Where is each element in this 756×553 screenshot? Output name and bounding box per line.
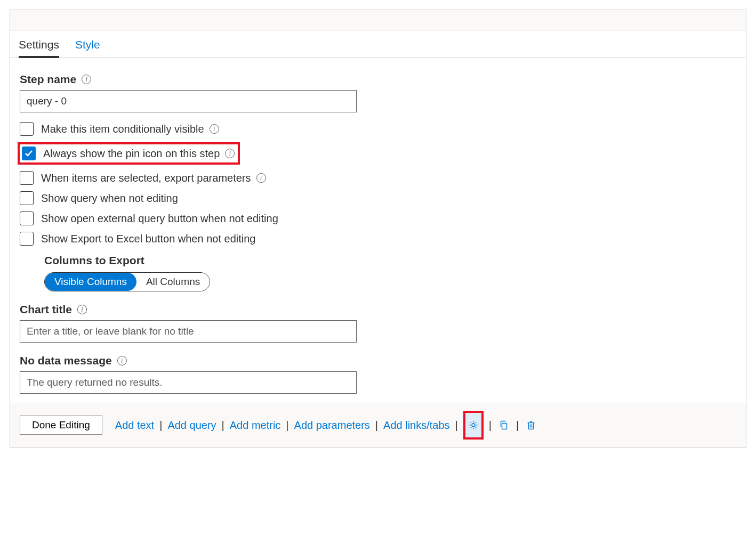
info-icon[interactable]: i xyxy=(77,305,87,314)
columns-all-option[interactable]: All Columns xyxy=(136,273,210,291)
check-always-pin-label: Always show the pin icon on this step xyxy=(43,148,220,160)
check-show-excel[interactable] xyxy=(20,232,34,246)
check-show-excel-row: Show Export to Excel button when not edi… xyxy=(20,232,736,246)
separator: | xyxy=(375,419,378,432)
check-cond-visible-label: Make this item conditionally visible xyxy=(41,123,204,135)
separator: | xyxy=(516,419,519,432)
svg-point-0 xyxy=(472,424,475,427)
check-export-params-label: When items are selected, export paramete… xyxy=(41,172,251,184)
check-show-external[interactable] xyxy=(20,212,34,225)
gear-highlight xyxy=(463,411,484,440)
check-export-params-row: When items are selected, export paramete… xyxy=(20,171,736,185)
chart-title-block: Chart title i xyxy=(20,303,736,343)
add-query-link[interactable]: Add query xyxy=(167,419,216,432)
columns-export-toggle: Visible Columns All Columns xyxy=(44,272,210,291)
step-name-input[interactable] xyxy=(20,90,357,112)
settings-body: Step name i Make this item conditionally… xyxy=(10,58,746,403)
check-show-query[interactable] xyxy=(20,191,34,205)
no-data-block: No data message i xyxy=(20,354,736,394)
add-links-tabs-link[interactable]: Add links/tabs xyxy=(383,419,450,432)
gear-icon[interactable] xyxy=(467,418,480,432)
done-editing-button[interactable]: Done Editing xyxy=(20,416,102,435)
separator: | xyxy=(286,419,288,432)
info-icon[interactable]: i xyxy=(82,75,91,84)
check-show-query-label: Show query when not editing xyxy=(41,192,178,205)
separator: | xyxy=(455,419,458,432)
no-data-input[interactable] xyxy=(20,371,357,394)
copy-icon[interactable] xyxy=(497,418,511,432)
check-show-query-row: Show query when not editing xyxy=(20,191,736,205)
columns-export-section: Columns to Export Visible Columns All Co… xyxy=(44,254,736,291)
check-cond-visible-row: Make this item conditionally visible i xyxy=(20,122,736,136)
check-show-external-row: Show open external query button when not… xyxy=(20,212,736,225)
check-always-pin-row: Always show the pin icon on this step i xyxy=(18,142,240,165)
step-name-label: Step name i xyxy=(20,73,736,86)
no-data-text: No data message xyxy=(20,354,112,367)
add-metric-link[interactable]: Add metric xyxy=(230,419,281,432)
columns-export-label: Columns to Export xyxy=(44,254,736,267)
tab-settings[interactable]: Settings xyxy=(19,33,59,58)
info-icon[interactable]: i xyxy=(256,173,266,183)
chart-title-text: Chart title xyxy=(20,303,72,316)
step-name-text: Step name xyxy=(20,73,76,86)
no-data-label: No data message i xyxy=(20,354,736,367)
delete-icon[interactable] xyxy=(524,418,538,432)
info-icon[interactable]: i xyxy=(210,124,219,134)
svg-rect-1 xyxy=(502,424,506,429)
info-icon[interactable]: i xyxy=(225,149,235,158)
separator: | xyxy=(222,419,224,432)
columns-visible-option[interactable]: Visible Columns xyxy=(45,273,136,291)
tab-strip: Settings Style xyxy=(10,30,746,58)
check-show-excel-label: Show Export to Excel button when not edi… xyxy=(41,233,255,245)
check-always-pin[interactable] xyxy=(22,147,36,160)
check-cond-visible[interactable] xyxy=(20,122,34,136)
footer-bar: Done Editing Add text | Add query | Add … xyxy=(10,403,746,447)
check-show-external-label: Show open external query button when not… xyxy=(41,213,278,225)
chart-title-input[interactable] xyxy=(20,320,357,343)
chart-title-label: Chart title i xyxy=(20,303,736,316)
separator: | xyxy=(489,419,492,432)
check-export-params[interactable] xyxy=(20,171,34,185)
add-text-link[interactable]: Add text xyxy=(115,419,154,432)
info-icon[interactable]: i xyxy=(117,356,127,365)
separator: | xyxy=(159,419,162,432)
tab-style[interactable]: Style xyxy=(75,33,100,58)
add-parameters-link[interactable]: Add parameters xyxy=(294,419,370,432)
settings-panel: Settings Style Step name i Make this ite… xyxy=(10,10,746,448)
top-bar xyxy=(10,10,746,30)
